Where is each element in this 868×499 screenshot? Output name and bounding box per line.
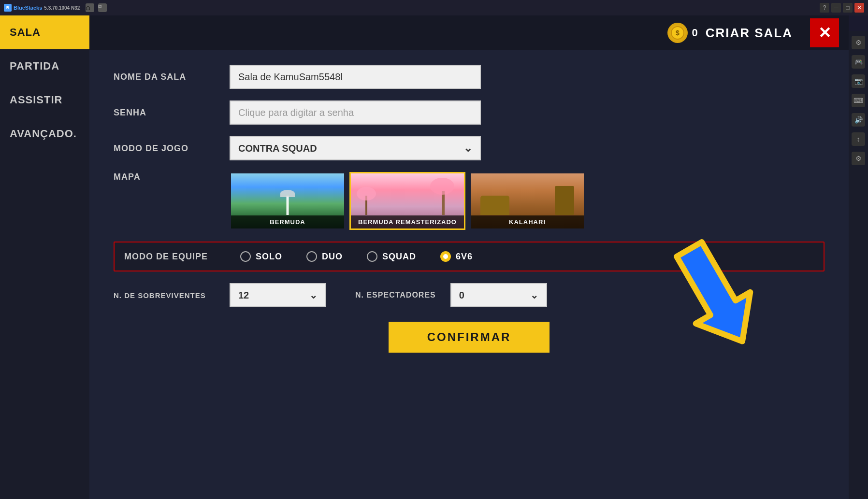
room-name-row: NOME DA SALA — [114, 65, 825, 89]
svg-text:$: $ — [676, 29, 680, 37]
radio-solo-circle — [240, 251, 251, 262]
radio-squad[interactable]: SQUAD — [367, 251, 416, 262]
app-name: BlueStacks — [14, 5, 42, 11]
radio-6v6-label: 6V6 — [456, 252, 473, 262]
confirm-button[interactable]: CONFIRMAR — [389, 322, 550, 353]
map-card-bermuda-r[interactable]: BERMUDA REMASTERIZADO — [349, 172, 465, 230]
confirm-btn-row: CONFIRMAR — [114, 322, 825, 353]
survivors-dropdown[interactable]: 12 ⌄ — [230, 283, 326, 307]
right-icon-4[interactable]: ⌨ — [852, 94, 865, 107]
right-icon-2[interactable]: 🎮 — [852, 55, 865, 69]
radio-solo[interactable]: SOLO — [240, 251, 282, 262]
map-kalahari-label: KALAHARI — [471, 215, 584, 228]
criar-sala-title: CRIAR SALA — [706, 26, 793, 41]
team-mode-row: MODO DE EQUIPE SOLO DUO SQUAD — [114, 242, 825, 271]
map-card-bermuda[interactable]: BERMUDA — [230, 172, 346, 230]
radio-6v6-circle — [440, 251, 451, 262]
team-mode-radio-group: SOLO DUO SQUAD 6V6 — [240, 251, 814, 262]
radio-duo[interactable]: DUO — [306, 251, 343, 262]
sidebar-item-sala[interactable]: SALA — [0, 15, 89, 49]
sidebar-item-partida[interactable]: PARTIDA — [0, 49, 89, 83]
survivors-value: 12 — [238, 290, 249, 301]
room-name-input[interactable] — [230, 65, 481, 89]
team-mode-label: MODO DE EQUIPE — [124, 252, 231, 262]
right-icon-3[interactable]: 📷 — [852, 74, 865, 88]
right-icon-5[interactable]: 🔊 — [852, 113, 865, 127]
confirm-label: CONFIRMAR — [427, 330, 511, 343]
password-label: SENHA — [114, 108, 220, 118]
survivors-arrow-icon: ⌄ — [309, 289, 318, 301]
survivors-label: N. DE SOBREVIVENTES — [114, 291, 220, 299]
sidebar-item-avancado[interactable]: AVANÇADO. — [0, 117, 89, 151]
password-input[interactable] — [230, 100, 481, 125]
title-bar: B BlueStacks 5.3.70.1004 N32 ⌂ ⧉ ? ─ □ ✕ — [0, 0, 868, 15]
bs-logo-icon: B — [4, 4, 12, 12]
right-icon-1[interactable]: ⚙ — [852, 36, 865, 49]
bluestacks-logo: B BlueStacks 5.3.70.1004 N32 — [4, 4, 80, 12]
sidebar-item-assistir[interactable]: ASSISTIR — [0, 83, 89, 117]
radio-duo-circle — [306, 251, 317, 262]
coin-area: $ 0 — [667, 23, 697, 43]
form-area: NOME DA SALA SENHA MODO DE JOGO CONTRA S… — [89, 50, 849, 499]
coin-icon: $ — [667, 23, 688, 43]
close-button[interactable]: ✕ — [854, 3, 864, 13]
radio-squad-label: SQUAD — [382, 252, 416, 262]
survivors-row: N. DE SOBREVIVENTES 12 ⌄ N. ESPECTADORES… — [114, 283, 825, 307]
right-icon-6[interactable]: ↕ — [852, 132, 865, 146]
game-mode-value: CONTRA SQUAD — [238, 143, 317, 154]
spectators-arrow-icon: ⌄ — [530, 289, 538, 301]
map-row: MAPA BERMUDA — [114, 172, 825, 230]
window-controls[interactable]: ? ─ □ ✕ — [820, 3, 864, 13]
title-bar-icons: ⌂ ⧉ — [86, 3, 107, 12]
right-icon-7[interactable]: ⚙ — [852, 152, 865, 165]
sidebar: SALA PARTIDA ASSISTIR AVANÇADO. — [0, 15, 89, 499]
copy-icon[interactable]: ⧉ — [98, 3, 107, 12]
spectators-label: N. ESPECTADORES — [355, 291, 436, 299]
home-icon[interactable]: ⌂ — [86, 3, 94, 12]
password-row: SENHA — [114, 100, 825, 125]
map-bermuda-r-label: BERMUDA REMASTERIZADO — [351, 215, 464, 228]
close-room-button[interactable]: ✕ — [810, 18, 839, 47]
game-mode-label: MODO DE JOGO — [114, 143, 220, 154]
radio-solo-label: SOLO — [256, 252, 282, 262]
spectators-dropdown[interactable]: 0 ⌄ — [450, 283, 547, 307]
right-icon-bar: ⚙ 🎮 📷 ⌨ 🔊 ↕ ⚙ — [849, 31, 868, 499]
radio-squad-circle — [367, 251, 377, 262]
room-name-label: NOME DA SALA — [114, 72, 220, 82]
help-button[interactable]: ? — [820, 3, 829, 13]
content-area: $ 0 CRIAR SALA ✕ NOME DA SALA SENHA — [89, 15, 849, 499]
restore-button[interactable]: □ — [843, 3, 853, 13]
map-bermuda-label: BERMUDA — [231, 215, 344, 228]
content-top-bar: $ 0 CRIAR SALA ✕ — [89, 15, 849, 50]
map-cards: BERMUDA BERMUDA REMASTERIZADO — [230, 172, 825, 230]
map-card-kalahari[interactable]: KALAHARI — [469, 172, 585, 230]
game-mode-row: MODO DE JOGO CONTRA SQUAD ⌄ — [114, 136, 825, 160]
main-container: SALA PARTIDA ASSISTIR AVANÇADO. $ 0 — [0, 15, 868, 499]
radio-6v6[interactable]: 6V6 — [440, 251, 473, 262]
map-label: MAPA — [114, 172, 220, 182]
spectators-value: 0 — [459, 290, 464, 301]
minimize-button[interactable]: ─ — [831, 3, 841, 13]
coin-count: 0 — [692, 27, 697, 39]
app-version: 5.3.70.1004 N32 — [44, 5, 80, 11]
game-mode-arrow: ⌄ — [463, 142, 472, 155]
radio-duo-label: DUO — [322, 252, 343, 262]
game-mode-dropdown[interactable]: CONTRA SQUAD ⌄ — [230, 136, 481, 160]
close-room-icon: ✕ — [818, 24, 831, 42]
